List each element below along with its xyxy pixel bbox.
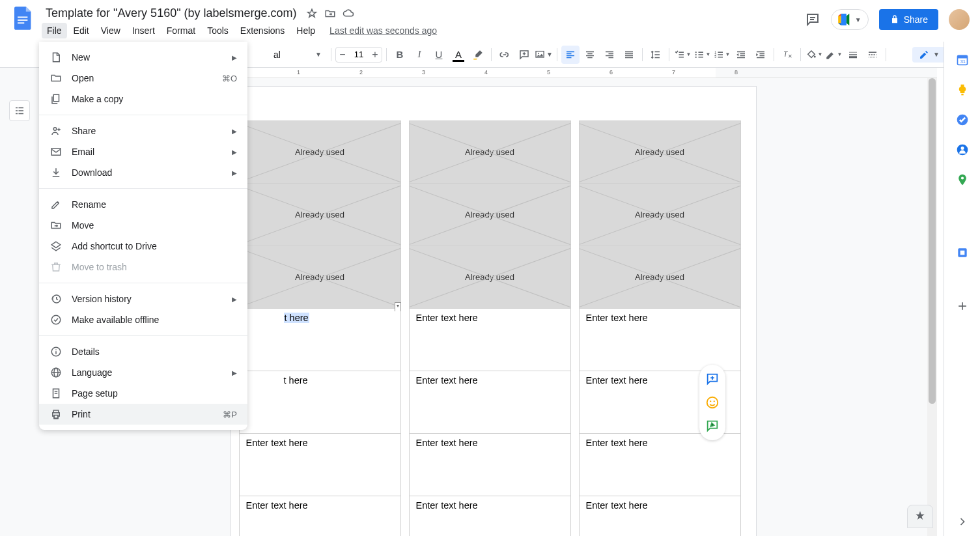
menu-format[interactable]: Format (161, 23, 201, 38)
cloud-saved-icon[interactable] (343, 8, 354, 20)
add-comment-button[interactable] (515, 46, 533, 64)
font-size-decrease[interactable]: − (336, 49, 349, 61)
bold-button[interactable]: B (391, 46, 409, 64)
menu-new[interactable]: New ▶ (39, 47, 247, 68)
label-cell[interactable]: Enter text here (239, 496, 401, 536)
label-cell-used[interactable]: Already used (239, 183, 401, 246)
bullet-list-button[interactable]: ▼ (693, 46, 711, 64)
menu-insert[interactable]: Insert (127, 23, 160, 38)
addon-icon[interactable] (956, 246, 969, 259)
page[interactable]: Already used Already used Already used A… (231, 86, 757, 536)
outline-toggle-button[interactable] (9, 100, 30, 121)
menu-offline[interactable]: Make available offline (39, 309, 247, 330)
calendar-icon[interactable]: 31 (956, 53, 969, 66)
font-family-select[interactable]: al▼ (268, 47, 327, 63)
vertical-scrollbar[interactable] (927, 78, 937, 536)
menu-make-copy[interactable]: Make a copy (39, 89, 247, 109)
border-style-button[interactable] (863, 46, 882, 64)
comment-history-icon[interactable] (805, 12, 820, 27)
label-cell[interactable]: Enter text here (409, 308, 571, 371)
clear-formatting-button[interactable]: T✕ (778, 46, 796, 64)
label-cell-used[interactable]: Already used (239, 246, 401, 309)
italic-button[interactable]: I (410, 46, 428, 64)
menu-move[interactable]: Move (39, 215, 247, 236)
add-comment-float-button[interactable] (705, 371, 720, 387)
label-cell-used[interactable]: Already used (409, 183, 571, 246)
menu-page-setup[interactable]: Page setup (39, 383, 247, 404)
menu-details[interactable]: Details (39, 341, 247, 362)
label-cell-used[interactable]: Already used (579, 246, 741, 309)
label-cell[interactable]: Enter text here (409, 371, 571, 434)
label-cell[interactable]: Enter text here (239, 371, 401, 434)
share-button[interactable]: Share (879, 9, 938, 30)
docs-logo[interactable] (10, 5, 36, 31)
label-cell-active[interactable]: Enter text here▾ (239, 308, 401, 371)
label-cell[interactable]: Enter text here (409, 496, 571, 536)
menu-share[interactable]: Share ▶ (39, 120, 247, 141)
increase-indent-button[interactable] (751, 46, 770, 64)
underline-button[interactable]: U (430, 46, 448, 64)
label-cell[interactable]: Enter text here (239, 433, 401, 496)
menu-print[interactable]: Print ⌘P (39, 404, 247, 425)
label-cell-used[interactable]: Already used (409, 120, 571, 184)
align-left-button[interactable] (561, 46, 580, 64)
placeholder-text: t here (284, 375, 308, 386)
menu-download[interactable]: Download ▶ (39, 162, 247, 183)
menu-email[interactable]: Email ▶ (39, 141, 247, 162)
menu-version-history[interactable]: Version history ▶ (39, 289, 247, 309)
editing-mode-button[interactable]: ▼ (912, 47, 946, 63)
fill-color-button[interactable]: ▼ (805, 46, 823, 64)
insert-link-button[interactable] (496, 46, 514, 64)
label-cell-used[interactable]: Already used (579, 120, 741, 184)
numbered-list-button[interactable]: 123▼ (712, 46, 731, 64)
move-to-folder-icon[interactable] (324, 8, 336, 20)
label-cell[interactable]: Enter text here (579, 433, 741, 496)
font-size-input[interactable] (349, 49, 369, 59)
explore-button[interactable] (907, 505, 933, 528)
last-edit-link[interactable]: Last edit was seconds ago (329, 25, 437, 36)
meet-button[interactable]: ▼ (831, 9, 869, 30)
keep-icon[interactable] (956, 83, 969, 96)
highlight-button[interactable] (469, 46, 487, 64)
ruler-tick: 6 (609, 69, 613, 76)
label-cell[interactable]: Enter text here (579, 496, 741, 536)
label-cell[interactable]: Enter text here (579, 308, 741, 371)
decrease-indent-button[interactable] (732, 46, 750, 64)
scrollbar-thumb[interactable] (929, 78, 936, 404)
checklist-button[interactable]: ▼ (673, 46, 692, 64)
border-color-button[interactable]: ▼ (824, 46, 843, 64)
align-center-button[interactable] (581, 46, 599, 64)
label-cell-used[interactable]: Already used (239, 120, 401, 184)
menu-file[interactable]: File (42, 23, 67, 38)
document-title[interactable]: Template for "Avery 5160" (by labelsmerg… (42, 5, 301, 21)
suggest-edit-float-button[interactable] (705, 418, 720, 434)
avatar[interactable] (949, 9, 970, 30)
tasks-icon[interactable] (956, 113, 969, 126)
maps-icon[interactable] (956, 173, 969, 186)
font-size-increase[interactable]: + (369, 49, 382, 61)
border-width-button[interactable] (844, 46, 862, 64)
label-cell-used[interactable]: Already used (579, 183, 741, 246)
star-icon[interactable] (306, 8, 318, 20)
line-spacing-button[interactable] (647, 46, 665, 64)
cell-tab-icon[interactable]: ▾ (395, 302, 401, 311)
menu-view[interactable]: View (96, 23, 126, 38)
insert-image-button[interactable]: ▼ (535, 46, 553, 64)
add-addon-icon[interactable] (956, 300, 969, 313)
menu-help[interactable]: Help (291, 23, 320, 38)
menu-extensions[interactable]: Extensions (235, 23, 290, 38)
menu-add-shortcut[interactable]: Add shortcut to Drive (39, 236, 247, 257)
add-emoji-float-button[interactable] (705, 395, 720, 410)
contacts-icon[interactable] (956, 143, 969, 156)
label-cell[interactable]: Enter text here (409, 433, 571, 496)
align-justify-button[interactable] (620, 46, 638, 64)
menu-language[interactable]: Language ▶ (39, 362, 247, 383)
menu-rename[interactable]: Rename (39, 194, 247, 215)
menu-tools[interactable]: Tools (202, 23, 234, 38)
menu-edit[interactable]: Edit (68, 23, 94, 38)
menu-open[interactable]: Open ⌘O (39, 68, 247, 89)
text-color-button[interactable]: A (449, 46, 468, 64)
label-cell-used[interactable]: Already used (409, 246, 571, 309)
hide-sidepanel-icon[interactable] (956, 515, 969, 528)
align-right-button[interactable] (600, 46, 619, 64)
